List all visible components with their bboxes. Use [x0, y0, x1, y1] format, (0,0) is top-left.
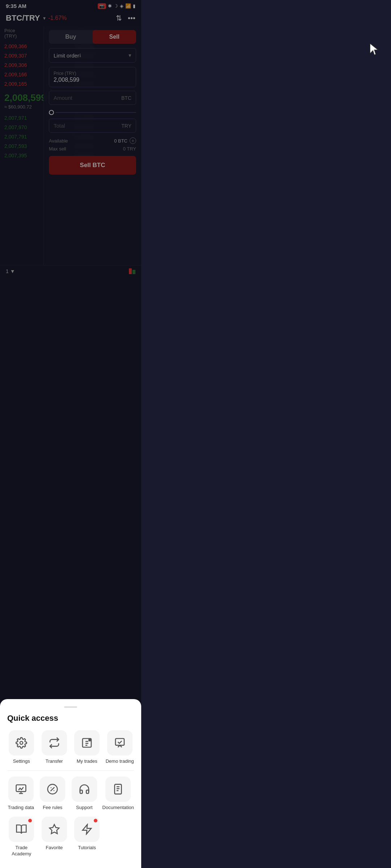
price-col-header: Price (TRY) [4, 28, 17, 39]
order-type-selector[interactable]: Limit order ℹ ▾ [49, 48, 136, 63]
chart-bar-red [129, 268, 132, 274]
bluetooth-icon: ✱ [108, 3, 112, 9]
order-type-dropdown-icon[interactable]: ▾ [129, 52, 131, 59]
status-icons: 📷 ✱ ☽ ◈ 📶 ▮ [98, 3, 135, 9]
max-sell-label: Max sell [49, 146, 66, 152]
signal-icon: ◈ [120, 3, 123, 9]
amount-slider[interactable] [49, 109, 136, 119]
bottom-bar: 1 ▼ [0, 265, 141, 277]
header: BTC/TRY ▾ -1.67% ⇅ ••• [0, 10, 141, 26]
available-amount: 0 BTC [114, 138, 127, 144]
multiplier-value: 1 [6, 268, 9, 274]
available-label: Available [49, 138, 68, 144]
buy-tab[interactable]: Buy [49, 30, 93, 44]
total-unit: TRY [121, 123, 131, 129]
header-left: BTC/TRY ▾ -1.67% [6, 13, 67, 23]
pair-name[interactable]: BTC/TRY [6, 13, 40, 23]
trading-form: Buy Sell Limit order ℹ ▾ Price (TRY) 2,0… [43, 26, 141, 265]
slider-track [55, 112, 136, 113]
price-field-label: Price (TRY) [54, 71, 131, 76]
amount-unit: BTC [121, 95, 131, 101]
trading-area: Price (TRY) Amount (BTC) 2,009,366 0.000… [0, 26, 141, 265]
order-type-label: Limit order [54, 52, 79, 59]
amount-placeholder: Amount [54, 95, 72, 101]
total-placeholder: Total [54, 123, 65, 129]
price-field[interactable]: Price (TRY) 2,008,599 [49, 67, 136, 87]
total-field[interactable]: Total TRY [49, 119, 136, 133]
status-time: 9:35 AM [6, 3, 26, 9]
sell-tab[interactable]: Sell [93, 30, 136, 44]
moon-icon: ☽ [114, 3, 118, 9]
more-options-icon[interactable]: ••• [128, 14, 135, 22]
chart-mini [129, 268, 135, 274]
wifi-icon: 📶 [125, 3, 131, 9]
max-sell-value: 0 TRY [123, 146, 136, 152]
max-sell-row: Max sell 0 TRY [49, 145, 136, 156]
multiplier-selector[interactable]: 1 ▼ [6, 268, 15, 274]
battery-icon: ▮ [133, 3, 135, 9]
amount-field[interactable]: Amount BTC [49, 91, 136, 105]
header-right: ⇅ ••• [116, 14, 135, 22]
chart-bar-green [133, 270, 135, 274]
camera-icon: 📷 [98, 3, 106, 9]
price-field-value: 2,008,599 [54, 77, 131, 83]
slider-thumb[interactable] [49, 110, 54, 115]
add-funds-button[interactable]: + [130, 137, 136, 144]
multiplier-dropdown-arrow[interactable]: ▼ [10, 268, 15, 274]
price-change: -1.67% [49, 15, 67, 21]
pair-dropdown-arrow[interactable]: ▾ [43, 15, 46, 21]
buy-sell-tabs: Buy Sell [49, 30, 136, 44]
chart-toggle-icon[interactable]: ⇅ [116, 14, 122, 22]
available-row: Available 0 BTC + [49, 136, 136, 145]
sell-btc-button[interactable]: Sell BTC [49, 156, 136, 175]
order-type-info-icon: ℹ [79, 53, 81, 58]
status-bar: 9:35 AM 📷 ✱ ☽ ◈ 📶 ▮ [0, 0, 141, 10]
available-value: 0 BTC + [114, 137, 136, 144]
